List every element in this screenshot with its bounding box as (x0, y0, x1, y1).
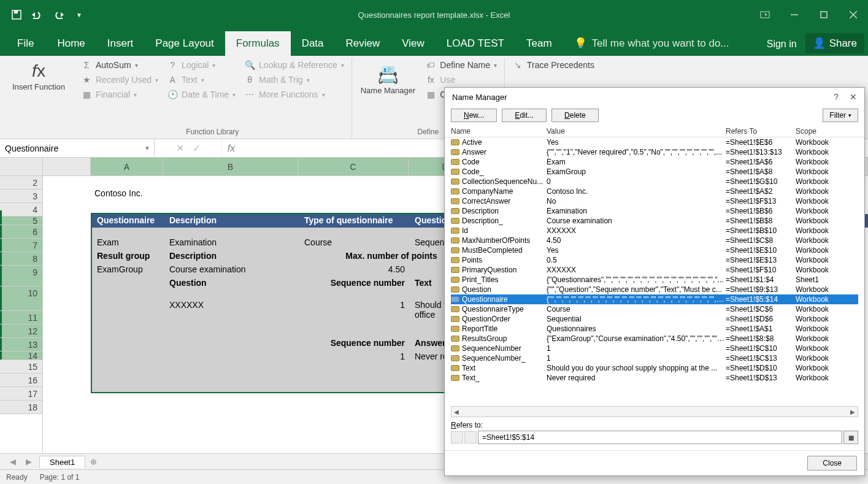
tab-home[interactable]: Home (46, 31, 96, 56)
name-list-row[interactable]: Points0.5=Sheet1!$E$13Workbook (451, 255, 858, 265)
refers-cancel-icon[interactable] (451, 431, 463, 444)
range-picker-icon[interactable]: ▦ (843, 431, 858, 444)
row-header[interactable]: 4 (0, 203, 42, 217)
new-button[interactable]: New... (451, 109, 497, 122)
data-row[interactable]: ExamExaminationCourseSequentia (92, 236, 483, 248)
select-all-cell[interactable] (0, 158, 43, 176)
name-list-row[interactable]: ReportTitleQuestionnaires=Sheet1!$A$1Wor… (451, 324, 858, 334)
row-header[interactable]: 12 (0, 325, 42, 338)
add-sheet-icon[interactable]: ⊕ (90, 457, 97, 466)
row-header[interactable]: 5 (0, 217, 42, 225)
row-header[interactable]: 7 (0, 239, 42, 252)
undo-icon[interactable] (29, 7, 45, 23)
name-list-row[interactable]: ResultsGroup{"ExamGroup","Course examina… (451, 334, 858, 344)
data-row[interactable]: Result groupDescriptionMax. number of po… (92, 250, 483, 262)
save-icon[interactable] (9, 7, 25, 23)
name-list-row[interactable]: DescriptionExamination=Sheet1!$B$6Workbo… (451, 206, 858, 216)
recently-used-button[interactable]: ★Recently Used ▾ (77, 73, 162, 86)
name-list-row[interactable]: PrimaryQuestionXXXXXX=Sheet1!$F$10Workbo… (451, 265, 858, 275)
name-list-row[interactable]: MaxNumberOfPoints4.50=Sheet1!$C$8Workboo… (451, 236, 858, 245)
name-list-row[interactable]: Text_Never required=Sheet1!$D$13Workbook (451, 373, 858, 383)
col-header-b[interactable]: B (163, 158, 298, 175)
name-list-row[interactable]: Answer{"","","1","Never required","0.5",… (451, 147, 858, 157)
tab-team[interactable]: Team (515, 31, 563, 56)
sheet-nav-prev-icon[interactable]: ◀ (7, 457, 18, 466)
sheet-nav-next-icon[interactable]: ▶ (23, 457, 34, 466)
col-header-a[interactable]: A (91, 158, 163, 175)
tab-file[interactable]: File (5, 31, 46, 56)
edit-button[interactable]: Edit... (502, 109, 547, 122)
name-list-row[interactable]: Questionnaire{"","","","","","","","",""… (451, 294, 858, 304)
ribbon-options-icon[interactable] (750, 0, 780, 29)
name-list-row[interactable]: CollectionSequenceNu...0=Sheet1!$G$10Wor… (451, 177, 858, 186)
name-manager-button[interactable]: 📇 Name Manager (356, 58, 421, 101)
data-row[interactable]: ExamGroupCourse examination4.50 (92, 263, 410, 275)
more-functions-button[interactable]: ⋯More Functions ▾ (240, 88, 348, 101)
row-header[interactable]: 10 (0, 286, 42, 311)
name-list-row[interactable]: IdXXXXXX=Sheet1!$B$10Workbook (451, 226, 858, 236)
row-header[interactable]: 13 (0, 338, 42, 351)
row-header[interactable]: 17 (0, 387, 42, 401)
logical-button[interactable]: ?Logical ▾ (163, 58, 239, 72)
row-header[interactable]: 14 (0, 351, 42, 360)
scroll-left-icon[interactable]: ◀ (451, 407, 461, 417)
tab-formulas[interactable]: Formulas (225, 31, 291, 56)
data-row[interactable]: QuestionSequence numberText (92, 277, 483, 289)
name-list-row[interactable]: QuestionOrderSequential=Sheet1!$D$6Workb… (451, 314, 858, 324)
row-header[interactable]: 6 (0, 225, 42, 239)
chevron-down-icon[interactable]: ▼ (144, 145, 150, 152)
row-header[interactable]: 2 (0, 176, 42, 190)
name-list-row[interactable]: TextShould you do your school supply sho… (451, 363, 858, 373)
refers-to-input[interactable] (478, 431, 842, 444)
use-in-formula-button[interactable]: fxUse (421, 73, 501, 86)
dialog-close-icon[interactable]: ✕ (850, 92, 857, 102)
row-header[interactable]: 15 (0, 360, 42, 374)
close-button[interactable]: Close (807, 456, 857, 471)
fx-label[interactable]: fx (222, 143, 240, 154)
scroll-right-icon[interactable]: ▶ (848, 407, 858, 417)
names-list[interactable]: ActiveYes=Sheet1!$E$6WorkbookAnswer{"","… (445, 137, 864, 404)
name-list-row[interactable]: ActiveYes=Sheet1!$E$6Workbook (451, 137, 858, 147)
delete-button[interactable]: Delete (551, 109, 599, 122)
row-header[interactable]: 3 (0, 190, 42, 203)
autosum-button[interactable]: ΣAutoSum ▾ (77, 58, 162, 72)
name-list-row[interactable]: Description_Course examination=Sheet1!$B… (451, 216, 858, 226)
name-list-row[interactable]: Code_ExamGroup=Sheet1!$A$8Workbook (451, 167, 858, 177)
tab-view[interactable]: View (391, 31, 436, 56)
row-header[interactable]: 8 (0, 252, 42, 266)
datetime-button[interactable]: 🕐Date & Time ▾ (163, 88, 239, 101)
name-box[interactable]: Questionnaire▼ (0, 139, 155, 157)
math-button[interactable]: θMath & Trig ▾ (240, 73, 348, 86)
sheet-tab[interactable]: Sheet1 (39, 456, 85, 468)
text-button[interactable]: AText ▾ (163, 73, 239, 86)
name-list-row[interactable]: SequenceNumber_1=Sheet1!$C$13Workbook (451, 353, 858, 363)
tab-pagelayout[interactable]: Page Layout (144, 31, 225, 56)
col-header-c[interactable]: C (298, 158, 409, 175)
name-list-row[interactable]: QuestionnaireTypeCourse=Sheet1!$C$6Workb… (451, 304, 858, 314)
data-row[interactable]: XXXXXX1Should yo the office (92, 299, 483, 321)
cell-company[interactable]: Contoso Inc. (94, 188, 143, 198)
financial-button[interactable]: ▦Financial ▾ (77, 88, 162, 101)
tab-review[interactable]: Review (335, 31, 391, 56)
row-header[interactable]: 9 (0, 266, 42, 286)
redo-icon[interactable] (50, 7, 66, 23)
name-list-row[interactable]: MustBeCompletedYes=Sheet1!$E$10Workbook (451, 245, 858, 255)
insert-function-button[interactable]: fx Insert Function (7, 58, 70, 94)
trace-precedents-button[interactable]: ↘Trace Precedents (509, 58, 598, 72)
tab-insert[interactable]: Insert (96, 31, 145, 56)
sign-in-link[interactable]: Sign in (758, 39, 805, 56)
data-row[interactable]: 1Never req (92, 350, 483, 363)
data-row[interactable]: Sequence numberAnswer (92, 337, 483, 349)
tell-me-search[interactable]: 💡Tell me what you want to do... (574, 37, 729, 56)
define-name-button[interactable]: 🏷Define Name ▾ (421, 58, 501, 72)
name-list-row[interactable]: CompanyNameContoso Inc.=Sheet1!$A$2Workb… (451, 186, 858, 196)
tab-data[interactable]: Data (291, 31, 335, 56)
name-list-row[interactable]: CorrectAnswerNo=Sheet1!$F$13Workbook (451, 196, 858, 206)
row-header[interactable]: 11 (0, 311, 42, 325)
lookup-button[interactable]: 🔍Lookup & Reference ▾ (240, 58, 348, 72)
row-header[interactable]: 18 (0, 401, 42, 414)
maximize-icon[interactable] (809, 0, 839, 29)
name-list-row[interactable]: Question{"","Question","Sequence number"… (451, 285, 858, 294)
tab-loadtest[interactable]: LOAD TEST (436, 31, 515, 56)
dialog-help-icon[interactable]: ? (834, 92, 839, 102)
